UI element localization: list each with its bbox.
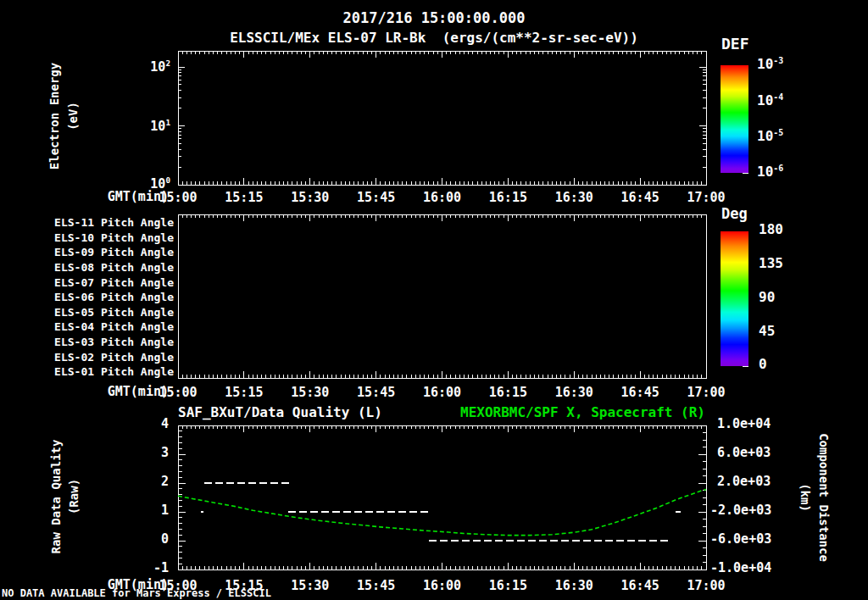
- quality-tick-label: 3: [33, 447, 169, 460]
- plot-frame: [178, 425, 706, 569]
- energy-tick-label: 101: [35, 119, 170, 134]
- els-row-label: ELS-04 Pitch Angle: [38, 321, 174, 333]
- deg-colorbar-tick-label: 90: [759, 291, 775, 305]
- distance-tick-label: 1.0e+04: [717, 418, 771, 431]
- distance-tick-label: -6.0e+03: [710, 533, 771, 547]
- def-colorbar: [721, 65, 748, 173]
- spacecraft-distance-curve: [178, 490, 706, 536]
- distance-tick-label: 6.0e+03: [717, 447, 771, 460]
- distance-tick-label: 2.0e+03: [717, 475, 771, 489]
- def-colorbar-tick-label: 10-4: [757, 93, 783, 108]
- els-row-label: ELS-03 Pitch Angle: [38, 336, 174, 348]
- page-title: 2017/216 15:00:00.000: [0, 11, 868, 26]
- deg-colorbar-tick-label: 135: [759, 257, 783, 271]
- def-colorbar-tick-label: 10-3: [757, 57, 783, 72]
- distance-axis-label: Component Distance: [817, 370, 831, 600]
- energy-tick-label: 102: [35, 59, 170, 75]
- els-row-label: ELS-06 Pitch Angle: [38, 292, 174, 303]
- x-tick-label: 17:00: [638, 580, 774, 593]
- els-row-label: ELS-08 Pitch Angle: [38, 262, 174, 274]
- deg-colorbar-tick-label: 180: [759, 223, 783, 237]
- deg-colorbar-title: Deg: [721, 207, 748, 222]
- quality-tick-label: 1: [33, 504, 169, 518]
- distance-tick-label: -2.0e+03: [710, 504, 771, 518]
- els-row-label: ELS-09 Pitch Angle: [38, 247, 174, 258]
- science-plot-screen: 2017/216 15:00:00.000 ELSSCIL/MEx ELS-07…: [0, 0, 868, 600]
- els-row-label: ELS-05 Pitch Angle: [38, 307, 174, 319]
- els-row-label: ELS-10 Pitch Angle: [38, 232, 174, 244]
- spacecraft-series-title: MEXORBMC/SPF X, Spacecraft (R): [449, 406, 705, 420]
- deg-colorbar: [721, 231, 748, 366]
- def-colorbar-tick-label: 10-5: [757, 129, 783, 144]
- els-row-label: ELS-11 Pitch Angle: [38, 217, 174, 229]
- plot-frame: [178, 51, 706, 185]
- quality-tick-label: -1: [33, 562, 169, 575]
- def-colorbar-title: DEF: [721, 36, 749, 53]
- distance-axis-units: (km): [798, 370, 812, 600]
- deg-colorbar-tick-label: 45: [759, 325, 775, 339]
- deg-colorbar-tick-label: 0: [759, 358, 767, 372]
- els-row-label: ELS-02 Pitch Angle: [38, 352, 174, 364]
- def-colorbar-tick-label: 10-6: [757, 164, 783, 180]
- distance-tick-label: -1.0e+04: [710, 562, 771, 575]
- quality-tick-label: 0: [33, 533, 169, 547]
- plot-frame: [178, 214, 706, 378]
- quality-series-title: SAF_BXuT/Data Quality (L): [178, 406, 382, 420]
- x-tick-label: 17:00: [638, 386, 774, 400]
- quality-tick-label: 4: [33, 418, 169, 431]
- quality-tick-label: 2: [33, 475, 169, 489]
- x-tick-label: 17:00: [638, 192, 774, 205]
- els-row-label: ELS-01 Pitch Angle: [38, 366, 174, 378]
- energy-tick-label: 100: [35, 176, 170, 192]
- els-row-label: ELS-07 Pitch Angle: [38, 277, 174, 289]
